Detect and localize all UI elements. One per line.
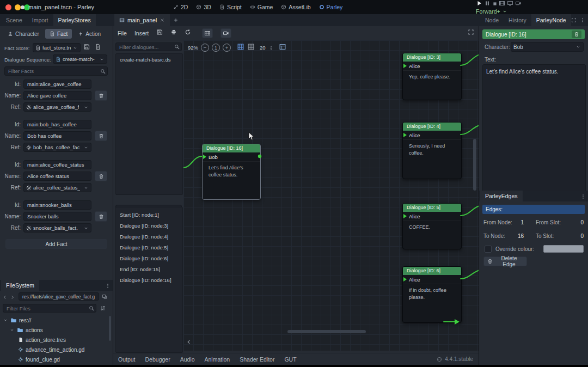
workspace-game-button[interactable]: Game (250, 4, 273, 10)
colour-swatch[interactable] (543, 245, 584, 253)
reload-dialogue-button[interactable] (185, 29, 191, 37)
to-node-value[interactable]: 16 (514, 233, 524, 239)
dock-options-button[interactable] (105, 282, 111, 290)
delete-node-button[interactable] (572, 30, 581, 38)
distraction-free-button[interactable] (468, 29, 474, 37)
fact-name-field[interactable] (23, 91, 91, 100)
delete-fact-button[interactable] (95, 90, 107, 101)
minimap-toggle-button[interactable] (279, 43, 286, 52)
workspace-assetlib-button[interactable]: AssetLib (281, 4, 310, 10)
dock-tab-import[interactable]: Import (27, 14, 53, 26)
fact-store-dropdown[interactable]: fact_store.tre (33, 43, 81, 52)
filesystem-scrollbar[interactable] (109, 316, 111, 341)
dock-tab-parleynode[interactable]: ParleyNode (531, 14, 571, 26)
zoom-out-button[interactable]: − (201, 44, 209, 52)
input-port[interactable] (403, 277, 407, 282)
to-slot-value[interactable]: 0 (580, 233, 584, 239)
node-list-item[interactable]: Dialogue [ID: node:5] (116, 242, 182, 253)
workspace-script-button[interactable]: Script (219, 4, 242, 10)
fact-ref-dropdown[interactable]: bob_has_coffee_fac (23, 143, 91, 152)
filter-facts-input[interactable] (4, 66, 108, 76)
dialogue-graph-canvas[interactable]: Dialogue [ID: 3] Alice Yep, coffee pleas… (183, 40, 479, 351)
game-view-button[interactable] (507, 0, 513, 8)
bottom-tab-output[interactable]: Output (113, 353, 140, 365)
bottom-tab-shader-editor[interactable]: Shader Editor (235, 353, 279, 365)
fact-id-field[interactable] (23, 79, 91, 89)
bottom-tab-gut[interactable]: GUT (279, 353, 301, 365)
fact-id-field[interactable] (23, 200, 91, 210)
input-port[interactable] (203, 155, 206, 159)
tab-fact[interactable]: Fact (45, 29, 72, 39)
close-window-button[interactable] (5, 4, 11, 10)
tab-action[interactable]: Action (74, 29, 105, 39)
dock-tab-filesystem[interactable]: FileSystem (1, 280, 39, 291)
node-list-item[interactable]: Start [ID: node:1] (116, 210, 182, 221)
dialogue-node[interactable]: Dialogue [ID: 5] Alice COFFEE. (402, 203, 462, 249)
dialogue-sequence-dropdown[interactable]: create-match- (53, 54, 107, 64)
stop-button[interactable] (492, 0, 498, 8)
path-field[interactable] (19, 292, 99, 301)
workspace-3d-button[interactable]: 3D (196, 4, 211, 10)
from-node-value[interactable]: 1 (514, 219, 524, 225)
minimize-window-button[interactable] (15, 4, 21, 10)
bottom-tab-animation[interactable]: Animation (200, 353, 235, 365)
filter-files-input[interactable] (3, 304, 96, 313)
input-port[interactable] (403, 133, 407, 137)
dialogue-list-item[interactable]: create-match-basic.ds (116, 54, 182, 65)
dialogue-node-selected[interactable]: Dialogue [ID: 16] Bob Let's find Alice's… (202, 144, 261, 200)
node-list-item[interactable]: Dialogue [ID: node:3] (116, 221, 182, 231)
tree-item-file[interactable]: action_store.tres (0, 335, 108, 345)
from-slot-value[interactable]: 0 (580, 219, 584, 225)
node-list-item[interactable]: Dialogue [ID: node:6] (116, 253, 182, 264)
snap-toggle-button[interactable] (237, 43, 244, 52)
record-dialogue-button[interactable] (220, 28, 231, 38)
tab-character[interactable]: Character (3, 29, 44, 39)
dialogue-node-title[interactable]: Dialogue [ID: 4] (403, 123, 461, 131)
fact-ref-dropdown[interactable]: alice_coffee_status_ (23, 183, 91, 192)
dialogue-node-title[interactable]: Dialogue [ID: 5] (403, 204, 461, 212)
insert-menu[interactable]: Insert (134, 30, 149, 36)
fact-id-field[interactable] (23, 120, 91, 129)
fact-ref-dropdown[interactable]: snooker_balls_fact. (23, 223, 91, 233)
save-fact-store-button[interactable] (83, 44, 90, 52)
collapse-sidebar-button[interactable] (186, 339, 192, 347)
dock-tab-parleystores[interactable]: ParleyStores (53, 14, 96, 26)
tree-item-actions[interactable]: actions (0, 325, 108, 335)
fact-id-field[interactable] (23, 160, 91, 169)
fact-ref-dropdown[interactable]: alice_gave_coffee_f (23, 102, 91, 112)
dialogue-node-title[interactable]: Dialogue [ID: 3] (403, 53, 461, 62)
remote-debug-button[interactable] (515, 0, 522, 8)
fact-name-field[interactable] (23, 212, 91, 221)
delete-fact-button[interactable] (95, 171, 107, 181)
input-port[interactable] (403, 214, 407, 218)
sort-files-button[interactable] (100, 305, 106, 313)
grid-step-value[interactable]: 20 (260, 45, 266, 51)
override-colour-checkbox[interactable] (485, 246, 492, 253)
dock-tab-history[interactable]: History (504, 14, 531, 26)
input-port[interactable] (403, 64, 407, 68)
nav-back-button[interactable] (2, 293, 8, 302)
dock-tab-node[interactable]: Node (480, 14, 504, 26)
grid-style-button[interactable] (247, 43, 255, 52)
graph-vscrollbar[interactable] (473, 139, 476, 191)
node-list-item[interactable]: Dialogue [ID: node:4] (116, 231, 182, 242)
fact-name-field[interactable] (23, 131, 91, 140)
dock-options-button[interactable] (580, 16, 585, 25)
save-dialogue-button[interactable] (156, 29, 163, 37)
add-fact-button[interactable]: Add Fact (5, 239, 107, 249)
scene-tab-main-panel[interactable]: main_panel (114, 14, 170, 26)
delete-fact-button[interactable] (95, 211, 107, 222)
bottom-tab-audio[interactable]: Audio (175, 353, 200, 365)
delete-edge-button[interactable]: Delete Edge (483, 256, 527, 266)
zoom-reset-button[interactable]: 1 (212, 44, 220, 52)
dialogue-text-area[interactable]: Let's find Alice's coffee status. (482, 64, 586, 193)
new-tab-button[interactable] (173, 16, 179, 25)
delete-fact-button[interactable] (95, 131, 107, 141)
tree-item-file[interactable]: advance_time_action.gd (0, 345, 108, 354)
pause-button[interactable] (484, 0, 491, 8)
dialogue-node-title[interactable]: Dialogue [ID: 16] (203, 144, 260, 152)
export-dialogue-button[interactable] (170, 29, 177, 37)
dialogue-node[interactable]: Dialogue [ID: 4] Alice Seriously, I need… (402, 122, 462, 179)
close-icon[interactable] (160, 17, 165, 23)
nav-forward-button[interactable] (10, 293, 15, 302)
